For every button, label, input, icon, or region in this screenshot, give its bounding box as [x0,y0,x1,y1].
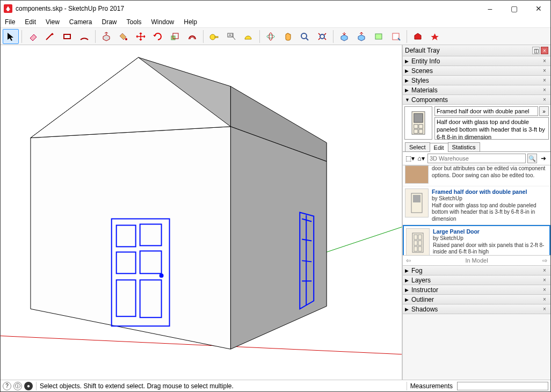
panel-materials[interactable]: ▶Materials× [403,85,550,95]
nav-label: In Model [411,257,542,264]
measurements-label: Measurements [410,382,455,390]
pan-tool[interactable] [280,29,296,44]
extension-warehouse[interactable] [410,29,426,44]
door-thumbnail-icon [405,188,429,217]
panel-styles[interactable]: ▶Styles× [403,76,550,85]
select-tool[interactable] [3,29,19,44]
panel-close-icon[interactable]: × [543,77,548,83]
menu-tools[interactable]: Tools [125,17,144,27]
separator [95,30,96,43]
viewport-3d[interactable] [1,45,402,380]
list-item-selected[interactable]: Large Panel Door by SketchUp Raised pane… [403,225,550,256]
eraser-tool[interactable] [25,29,41,44]
line-tool[interactable] [42,29,58,44]
app-icon [4,4,12,13]
panel-components[interactable]: ▼Components× [403,95,550,105]
component-expand-button[interactable]: » [539,106,549,116]
panel-instructor[interactable]: ▶Instructor× [403,285,550,295]
orbit-tool[interactable] [263,29,279,44]
panel-outliner[interactable]: ▶Outliner× [403,295,550,304]
arc-tool[interactable] [76,29,92,44]
svg-point-34 [160,274,163,277]
list-item[interactable]: Framed half door with double panel by Sk… [403,186,550,225]
separator [407,382,407,390]
panel-close-icon[interactable]: × [543,296,548,302]
component-tabs: Select Edit Statistics [403,141,550,152]
svg-rect-2 [64,34,70,39]
panel-close-icon[interactable]: × [543,306,548,312]
maximize-button[interactable]: ▢ [502,1,526,16]
tray-close-icon[interactable]: × [541,47,548,54]
help-icon[interactable]: ? [3,382,11,390]
nav-back-icon[interactable]: ⇦ [406,257,411,264]
model-view [1,45,402,380]
component-desc-field[interactable] [434,117,549,140]
toolbar: A1 [1,27,550,45]
menu-camera[interactable]: Camera [67,17,95,27]
menu-window[interactable]: Window [149,17,177,27]
tab-edit[interactable]: Edit [430,143,448,152]
list-item[interactable]: door but attributes can be edited via co… [403,165,550,186]
statusbar: ? ⓘ ● Select objects. Shift to extend se… [1,380,550,391]
home-icon[interactable]: ⌂▾ [416,154,426,163]
collapse-icon: ▶ [405,78,409,83]
offset-tool[interactable] [184,29,200,44]
pushpull-tool[interactable] [98,29,114,44]
signin-icon[interactable]: ● [24,382,33,390]
move-tool[interactable] [133,29,149,44]
search-button[interactable]: 🔍 [527,154,537,163]
menu-draw[interactable]: Draw [100,17,119,27]
component-name-field[interactable] [434,106,538,116]
menu-help[interactable]: Help [182,17,199,27]
tray-pin-icon[interactable]: ◫ [532,47,540,54]
tab-select[interactable]: Select [405,142,430,151]
menu-view[interactable]: View [44,17,62,27]
svg-line-11 [233,37,235,40]
svg-point-12 [267,35,274,38]
selection-mode-icon[interactable]: ⬚▾ [405,154,415,163]
minimize-button[interactable]: – [478,1,502,16]
rectangle-tool[interactable] [59,29,75,44]
rotate-tool[interactable] [150,29,166,44]
menu-file[interactable]: File [3,17,17,27]
collapse-icon: ▶ [405,307,409,312]
protractor-tool[interactable] [241,29,257,44]
nav-forward-icon[interactable]: ⇨ [542,257,547,264]
panel-close-icon[interactable]: × [543,287,548,293]
geolocation-icon[interactable]: ⓘ [13,382,22,390]
panel-shadows[interactable]: ▶Shadows× [403,304,550,314]
panel-close-icon[interactable]: × [543,277,548,283]
getmodels-tool[interactable] [336,29,352,44]
paint-tool[interactable] [115,29,132,44]
tapemeasure-tool[interactable] [206,29,222,44]
panel-fog[interactable]: ▶Fog× [403,266,550,275]
zoomextents-tool[interactable] [314,29,330,44]
scale-tool[interactable] [167,29,183,44]
panel-close-icon[interactable]: × [543,58,548,64]
door-thumbnail-icon [406,228,430,256]
panel-close-icon[interactable]: × [543,68,548,74]
send-to-warehouse-icon[interactable]: ➜ [539,154,548,163]
panel-close-icon[interactable]: × [543,267,548,273]
panel-close-icon[interactable]: × [543,87,548,93]
zoom-tool[interactable] [297,29,313,44]
panel-layers[interactable]: ▶Layers× [403,275,550,285]
panel-scenes[interactable]: ▶Scenes× [403,66,550,76]
extension-manager-icon[interactable] [427,29,443,44]
titlebar: components.skp - SketchUp Pro 2017 – ▢ ✕ [1,1,550,17]
measurements-input[interactable] [457,382,548,390]
sharelayout-tool[interactable] [388,29,404,44]
sharemodel-tool[interactable] [353,29,369,44]
panel-close-icon[interactable]: × [543,97,548,103]
menu-edit[interactable]: Edit [23,17,38,27]
tray-header[interactable]: Default Tray ◫ × [403,45,550,56]
component-list[interactable]: door but attributes can be edited via co… [403,165,550,256]
text-tool[interactable]: A1 [223,29,240,44]
collapse-icon: ▶ [405,278,409,283]
search-input[interactable] [427,154,526,163]
tab-statistics[interactable]: Statistics [448,142,480,151]
addlocation-tool[interactable] [371,29,387,44]
panel-entity-info[interactable]: ▶Entity Info× [403,56,550,66]
collapse-icon: ▶ [405,88,409,93]
close-button[interactable]: ✕ [526,1,550,16]
